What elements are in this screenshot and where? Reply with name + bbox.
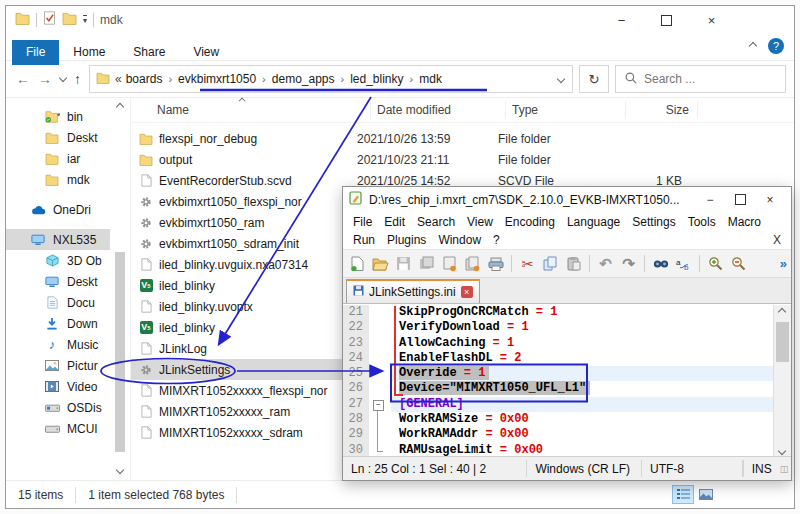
- file-row[interactable]: output2021/10/23 21:11File folder: [131, 149, 794, 170]
- save-icon[interactable]: [393, 253, 414, 274]
- sidebar-scrollbar[interactable]: [113, 102, 127, 477]
- sidebar-item-onedri[interactable]: OneDri: [6, 199, 110, 220]
- sidebar-item-osdis[interactable]: OSDis: [6, 397, 110, 418]
- save-all-icon[interactable]: [416, 253, 437, 274]
- close-all-icon[interactable]: [462, 253, 483, 274]
- menu-view[interactable]: View: [461, 213, 499, 231]
- menu-window[interactable]: Window: [432, 231, 487, 249]
- column-header-size[interactable]: Size: [626, 101, 698, 119]
- sidebar-item-pictur[interactable]: Pictur: [6, 355, 110, 376]
- cut-icon[interactable]: ✂: [517, 253, 538, 274]
- breadcrumb-item[interactable]: evkbimxrt1050: [178, 72, 256, 86]
- menu-edit[interactable]: Edit: [378, 213, 411, 231]
- sidebar-item-3d-ob[interactable]: 3D Ob: [6, 250, 110, 271]
- editor-scrollbar[interactable]: [773, 305, 791, 459]
- editor[interactable]: 21SkipProgOnCRCMatch = 122VerifyDownload…: [343, 305, 791, 459]
- refresh-button[interactable]: ↻: [579, 65, 609, 93]
- help-icon[interactable]: ?: [768, 38, 784, 54]
- zoom-out-icon[interactable]: [728, 253, 749, 274]
- toolbar-overflow-icon[interactable]: »: [780, 256, 787, 271]
- menu-encoding[interactable]: Encoding: [499, 213, 561, 231]
- breadcrumb-item[interactable]: mdk: [419, 72, 442, 86]
- menu-help[interactable]: ?: [487, 231, 506, 249]
- open-file-icon[interactable]: [370, 253, 391, 274]
- paste-icon[interactable]: [563, 253, 584, 274]
- menu-run[interactable]: Run: [347, 231, 381, 249]
- qat-customize-arrow-icon[interactable]: ▾: [83, 15, 87, 25]
- ribbon-tab-home[interactable]: Home: [59, 40, 119, 65]
- new-file-icon[interactable]: [347, 253, 368, 274]
- fold-collapse-icon[interactable]: −: [373, 400, 384, 411]
- scrollbar-thumb[interactable]: [115, 252, 125, 452]
- editor-line[interactable]: 23AllowCaching = 1: [343, 336, 791, 351]
- sidebar-item-mcui[interactable]: MCUI: [6, 418, 110, 439]
- column-header-date[interactable]: Date modified: [371, 101, 506, 119]
- print-icon[interactable]: [485, 253, 506, 274]
- thumbnail-view-button[interactable]: [696, 486, 716, 503]
- qat-new-folder-icon[interactable]: [62, 11, 77, 29]
- maximize-button[interactable]: [644, 6, 689, 34]
- sidebar-item-music[interactable]: ♪Music: [6, 334, 110, 355]
- minimize-button[interactable]: −: [695, 187, 725, 212]
- menu-file[interactable]: File: [347, 213, 378, 231]
- menu-macro[interactable]: Macro: [722, 213, 767, 231]
- editor-line[interactable]: 21SkipProgOnCRCMatch = 1: [343, 305, 791, 320]
- editor-line[interactable]: 27[GENERAL]: [343, 397, 791, 412]
- breadcrumb-item[interactable]: demo_apps: [272, 72, 335, 86]
- ribbon-tab-share[interactable]: Share: [119, 40, 179, 65]
- copy-icon[interactable]: [540, 253, 561, 274]
- editor-line[interactable]: 28WorkRAMSize = 0x00: [343, 412, 791, 427]
- minimize-button[interactable]: −: [599, 6, 644, 34]
- sidebar-item-iar[interactable]: iar: [6, 148, 110, 169]
- menu-search[interactable]: Search: [411, 213, 461, 231]
- editor-line[interactable]: 24EnableFlashDL = 2: [343, 351, 791, 366]
- close-button[interactable]: ×: [689, 6, 734, 34]
- editor-line[interactable]: 22VerifyDownload = 1: [343, 320, 791, 335]
- scroll-up-icon[interactable]: [116, 103, 124, 111]
- find-icon[interactable]: [650, 253, 671, 274]
- ribbon-tab-view[interactable]: View: [179, 40, 233, 65]
- editor-line[interactable]: 26Device="MIMXRT1050_UFL_L1": [343, 381, 791, 396]
- search-input[interactable]: Search ...: [615, 65, 786, 93]
- ribbon-collapse-icon[interactable]: [749, 42, 757, 50]
- redo-icon[interactable]: ↷: [618, 253, 639, 274]
- sidebar-item-deskt[interactable]: Deskt: [6, 271, 110, 292]
- qat-properties-icon[interactable]: [43, 11, 56, 29]
- menu-tools[interactable]: Tools: [682, 213, 722, 231]
- scroll-up-icon[interactable]: [778, 308, 786, 316]
- scrollbar-thumb[interactable]: [776, 322, 789, 362]
- column-header-type[interactable]: Type: [506, 101, 626, 119]
- scroll-down-icon[interactable]: [778, 447, 786, 455]
- history-dropdown-icon[interactable]: [59, 73, 67, 81]
- sidebar-item-nxl535[interactable]: NXL535: [6, 229, 110, 250]
- undo-icon[interactable]: ↶: [595, 253, 616, 274]
- breadcrumb-item[interactable]: boards: [126, 72, 163, 86]
- forward-button[interactable]: →: [38, 71, 52, 87]
- resize-grip[interactable]: ◫: [780, 464, 791, 474]
- close-button[interactable]: ×: [755, 187, 785, 212]
- address-bar[interactable]: «boards›evkbimxrt1050›demo_apps›led_blin…: [89, 65, 573, 93]
- editor-line[interactable]: 29WorkRAMAddr = 0x00: [343, 427, 791, 442]
- sidebar-item-docu[interactable]: Docu: [6, 292, 110, 313]
- tab-close-icon[interactable]: ×: [461, 286, 473, 298]
- sidebar-item-deskt[interactable]: Deskt: [6, 127, 110, 148]
- address-dropdown-icon[interactable]: [557, 75, 565, 83]
- document-close-x[interactable]: X: [773, 233, 781, 247]
- file-row[interactable]: flexspi_nor_debug2021/10/26 13:59File fo…: [131, 128, 794, 149]
- sidebar-item-down[interactable]: Down: [6, 313, 110, 334]
- breadcrumb-item[interactable]: led_blinky: [350, 72, 403, 86]
- column-header-name[interactable]: Name: [131, 101, 371, 119]
- zoom-in-icon[interactable]: [705, 253, 726, 274]
- scroll-down-icon[interactable]: [116, 466, 124, 474]
- menu-plugins[interactable]: Plugins: [381, 231, 432, 249]
- sidebar-item-mdk[interactable]: mdk: [6, 169, 110, 190]
- editor-line[interactable]: 25Override = 1: [343, 366, 791, 381]
- breadcrumb-collapsed-icon[interactable]: «: [115, 72, 124, 86]
- details-view-button[interactable]: [673, 486, 693, 503]
- replace-icon[interactable]: ab: [673, 253, 694, 274]
- sidebar-item-video[interactable]: Video: [6, 376, 110, 397]
- menu-settings[interactable]: Settings: [626, 213, 681, 231]
- close-file-icon[interactable]: [439, 253, 460, 274]
- menu-language[interactable]: Language: [561, 213, 626, 231]
- maximize-button[interactable]: [725, 187, 755, 212]
